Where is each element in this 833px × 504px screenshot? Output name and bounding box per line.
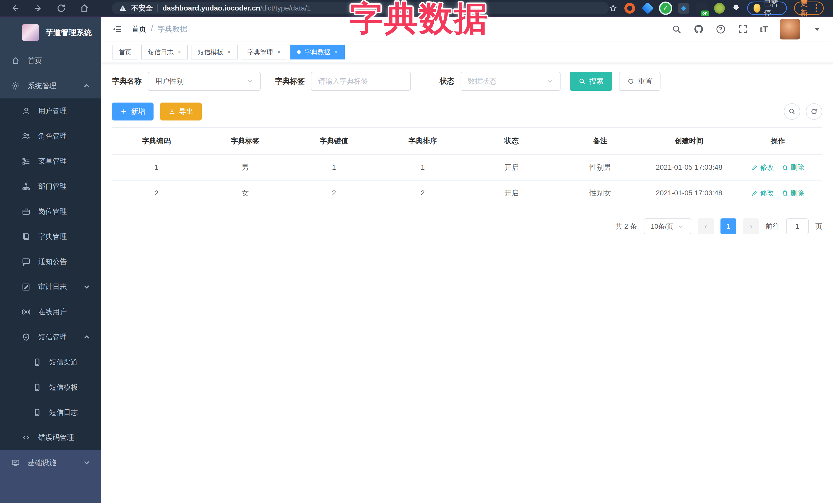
topbar-icons: tT <box>671 19 822 40</box>
menu-label: 角色管理 <box>38 131 67 141</box>
current-page[interactable]: 1 <box>720 218 736 234</box>
export-label: 导出 <box>179 106 193 116</box>
add-button[interactable]: 新增 <box>112 102 153 120</box>
text-size-icon[interactable]: tT <box>760 24 768 34</box>
dict-name-label: 字典名称 <box>112 76 142 87</box>
page-size-select[interactable]: 10条/页 <box>644 218 691 234</box>
goto-page-input[interactable] <box>786 218 809 234</box>
sidebar-item-role-management[interactable]: 角色管理 <box>0 124 101 149</box>
book-icon <box>22 232 30 241</box>
extension-icon-green[interactable] <box>714 3 725 14</box>
profile-paused-chip[interactable]: 已暂停 <box>747 2 787 15</box>
cell-label: 女 <box>201 181 289 206</box>
fullscreen-icon[interactable] <box>738 24 748 34</box>
delete-link[interactable]: 删除 <box>782 188 804 198</box>
security-label[interactable]: 不安全 <box>131 3 153 13</box>
github-icon[interactable] <box>694 24 704 34</box>
paused-label: 已暂停 <box>764 0 781 18</box>
logo-row[interactable]: 芋道管理系统 <box>0 17 101 48</box>
extension-icon-check[interactable]: ✓ <box>660 3 671 14</box>
home-icon <box>11 56 20 65</box>
tab-sms-log[interactable]: 短信日志× <box>141 45 188 59</box>
tabs-bar: 首页 短信日志× 短信模板× 字典管理× 字典数据× <box>101 42 833 63</box>
sidebar-item-dept-management[interactable]: 部门管理 <box>0 174 101 199</box>
extension-icon-gem[interactable] <box>642 2 654 14</box>
extension-icon-orange[interactable] <box>624 3 635 14</box>
sidebar-item-user-management[interactable]: 用户管理 <box>0 98 101 124</box>
bookmark-star-icon[interactable] <box>609 3 617 13</box>
sidebar-item-sms-channel[interactable]: 短信渠道 <box>0 350 101 375</box>
avatar[interactable] <box>780 19 800 40</box>
chevron-up-icon <box>82 81 91 90</box>
search-button[interactable]: 搜索 <box>570 72 612 91</box>
next-page-button[interactable]: › <box>743 218 759 234</box>
url-divider <box>158 4 158 12</box>
cell-remark: 性别女 <box>556 181 645 206</box>
reload-icon[interactable] <box>56 3 66 13</box>
edit-link[interactable]: 修改 <box>752 163 774 172</box>
sidebar-item-home[interactable]: 首页 <box>0 48 101 73</box>
sidebar-item-audit-log[interactable]: 审计日志 <box>0 274 101 299</box>
sidebar-item-sms-management[interactable]: 短信管理 <box>0 325 101 350</box>
kebab-menu-icon[interactable] <box>815 4 817 12</box>
url-path: /dict/type/data/1 <box>260 4 311 12</box>
table-header-row: 字典编码 字典标签 字典键值 字典排序 状态 备注 创建时间 操作 <box>112 128 822 155</box>
forward-icon[interactable] <box>33 3 43 13</box>
tab-label: 字典数据 <box>305 48 330 56</box>
add-label: 新增 <box>131 106 145 116</box>
close-icon[interactable]: × <box>227 48 231 56</box>
search-icon <box>578 78 586 85</box>
refresh-table-button[interactable] <box>806 103 822 120</box>
menu-label: 短信日志 <box>49 408 78 417</box>
toggle-search-button[interactable] <box>784 103 800 120</box>
trash-icon <box>782 190 788 196</box>
dict-name-select[interactable]: 用户性别 <box>148 72 261 91</box>
dict-tag-input[interactable] <box>311 72 411 91</box>
update-chip[interactable]: 更新 <box>794 2 824 15</box>
search-icon[interactable] <box>671 24 682 34</box>
sidebar-item-system-management[interactable]: 系统管理 <box>0 73 101 98</box>
sidebar-item-notice[interactable]: 通知公告 <box>0 249 101 274</box>
menu-label: 用户管理 <box>38 106 67 116</box>
export-button[interactable]: 导出 <box>160 102 202 120</box>
breadcrumb-home[interactable]: 首页 <box>132 24 146 34</box>
sidebar-item-online-users[interactable]: 在线用户 <box>0 299 101 325</box>
sidebar-item-error-code-management[interactable]: 错误码管理 <box>0 425 101 450</box>
sidebar-item-sms-log[interactable]: 短信日志 <box>0 400 101 425</box>
sidebar-item-infrastructure[interactable]: 基础设施 <box>0 450 101 475</box>
tab-dict-management[interactable]: 字典管理× <box>241 45 287 59</box>
extensions-puzzle-icon[interactable] <box>732 3 740 13</box>
tab-dict-data[interactable]: 字典数据× <box>290 45 345 59</box>
back-icon[interactable] <box>10 3 20 13</box>
close-icon[interactable]: × <box>177 48 181 56</box>
reset-label: 重置 <box>638 76 652 86</box>
help-icon[interactable] <box>716 24 726 34</box>
home-nav-icon[interactable] <box>79 3 89 13</box>
tab-home[interactable]: 首页 <box>112 45 138 59</box>
col-header: 状态 <box>467 128 556 154</box>
sidebar-item-sms-template[interactable]: 短信模板 <box>0 375 101 400</box>
close-icon[interactable]: × <box>277 48 281 56</box>
delete-link[interactable]: 删除 <box>782 163 804 172</box>
code-icon <box>22 433 30 442</box>
app-title: 芋道管理系统 <box>46 27 92 38</box>
hamburger-icon[interactable] <box>112 24 122 34</box>
sidebar-item-dict-management[interactable]: 字典管理 <box>0 224 101 249</box>
chevron-down-icon <box>546 78 553 85</box>
extension-icon-slider[interactable] <box>678 3 689 14</box>
phone-icon <box>33 358 42 367</box>
sidebar-filler <box>0 475 101 503</box>
sidebar-item-menu-management[interactable]: 菜单管理 <box>0 149 101 174</box>
extension-icon-dark[interactable]: on <box>696 3 707 14</box>
cell-code: 1 <box>112 155 201 180</box>
sidebar-item-post-management[interactable]: 岗位管理 <box>0 199 101 224</box>
cell-value: 1 <box>290 155 378 180</box>
tab-sms-template[interactable]: 短信模板× <box>191 45 238 59</box>
caret-down-icon[interactable] <box>812 24 822 34</box>
edit-link[interactable]: 修改 <box>752 188 774 198</box>
page-suffix: 页 <box>815 222 822 231</box>
prev-page-button[interactable]: ‹ <box>698 218 714 234</box>
status-select[interactable]: 数据状态 <box>460 72 561 91</box>
close-icon[interactable]: × <box>334 48 338 56</box>
reset-button[interactable]: 重置 <box>619 72 661 91</box>
